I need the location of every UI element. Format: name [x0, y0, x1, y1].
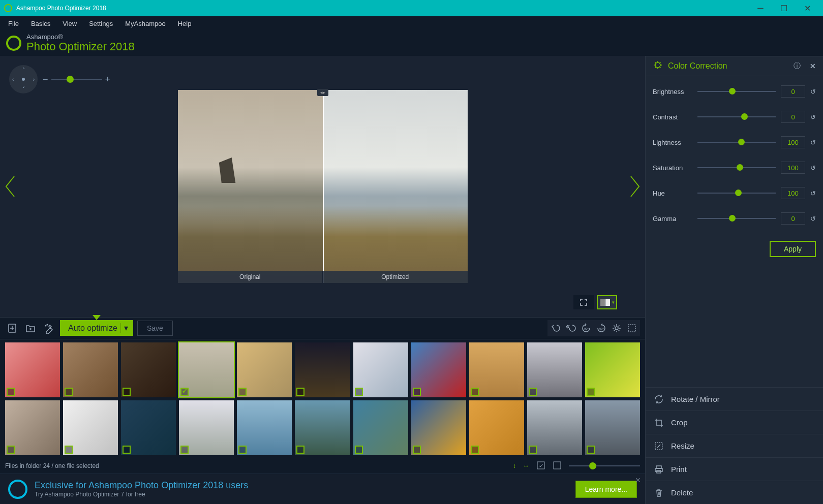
thumbnail[interactable] [5, 400, 60, 455]
param-value-input[interactable] [781, 85, 805, 98]
thumbnail[interactable] [63, 342, 118, 397]
thumbnail[interactable] [411, 400, 466, 455]
add-file-button[interactable] [5, 321, 19, 335]
apply-button[interactable]: Apply [770, 241, 816, 257]
reset-icon[interactable]: ↺ [810, 113, 816, 121]
thumbnail[interactable] [237, 400, 292, 455]
clear-button[interactable] [42, 321, 56, 335]
thumb-checkbox[interactable] [123, 388, 131, 396]
undo-all-button[interactable] [564, 321, 578, 335]
thumbnail[interactable] [527, 342, 582, 397]
selection-button[interactable] [625, 321, 639, 335]
compare-mode-toggle[interactable]: ▾ [597, 295, 617, 309]
thumb-checkbox[interactable] [413, 388, 421, 396]
deselect-all-icon[interactable] [553, 461, 562, 471]
thumbnail[interactable] [585, 342, 640, 397]
thumbnail[interactable] [121, 342, 176, 397]
thumb-checkbox[interactable] [238, 446, 247, 454]
param-value-input[interactable] [781, 111, 805, 123]
fullscreen-toggle[interactable] [573, 295, 594, 309]
next-photo-button[interactable] [625, 174, 645, 199]
thumb-checkbox[interactable] [7, 446, 15, 454]
zoom-minus-icon[interactable]: − [43, 74, 48, 85]
rotate-left-button[interactable]: 90° [579, 321, 593, 335]
thumb-checkbox[interactable] [355, 388, 363, 396]
thumb-checkbox[interactable] [180, 446, 189, 454]
param-slider[interactable] [697, 142, 776, 143]
thumb-checkbox[interactable] [180, 388, 189, 396]
thumbnail[interactable] [237, 342, 292, 397]
rotate-right-button[interactable]: 90° [594, 321, 608, 335]
reset-icon[interactable]: ↺ [810, 164, 816, 172]
add-folder-button[interactable] [23, 321, 38, 335]
promo-close-button[interactable]: ✕ [635, 476, 641, 484]
reset-icon[interactable]: ↺ [810, 215, 816, 223]
thumb-checkbox[interactable] [355, 446, 363, 454]
menu-view[interactable]: View [56, 18, 83, 29]
param-slider[interactable] [697, 116, 776, 117]
thumbnail[interactable] [63, 400, 118, 455]
action-crop[interactable]: Crop [646, 411, 823, 434]
thumbnail[interactable] [295, 342, 350, 397]
close-button[interactable]: ✕ [796, 0, 819, 16]
maximize-button[interactable]: ☐ [772, 0, 796, 16]
thumbnail[interactable] [179, 342, 234, 397]
thumb-checkbox[interactable] [7, 388, 15, 396]
sort-horizontal-icon[interactable]: ↔ [523, 462, 529, 469]
thumbnail[interactable] [527, 400, 582, 455]
param-slider[interactable] [697, 218, 776, 219]
menu-help[interactable]: Help [172, 18, 198, 29]
thumbnail[interactable] [353, 400, 408, 455]
thumbnail[interactable] [179, 400, 234, 455]
thumb-checkbox[interactable] [65, 446, 73, 454]
menu-settings[interactable]: Settings [83, 18, 119, 29]
pan-joystick[interactable]: ˄ ˅ ‹ › [9, 65, 38, 93]
zoom-slider[interactable]: − + [43, 74, 110, 85]
thumbnail[interactable] [585, 400, 640, 455]
select-all-icon[interactable] [536, 461, 545, 471]
action-print[interactable]: Print [646, 457, 823, 481]
learn-more-button[interactable]: Learn more... [575, 481, 637, 498]
param-value-input[interactable] [781, 162, 805, 174]
action-delete[interactable]: Delete [646, 481, 823, 504]
menu-myashampoo[interactable]: MyAshampoo [119, 18, 171, 29]
thumb-checkbox[interactable] [587, 388, 595, 396]
compare-image[interactable]: ◂▸ Original Optimized [178, 90, 468, 283]
thumb-checkbox[interactable] [471, 388, 479, 396]
thumbnail[interactable] [5, 342, 60, 397]
zoom-plus-icon[interactable]: + [105, 74, 111, 85]
settings-gear-button[interactable] [609, 321, 624, 335]
param-slider[interactable] [697, 193, 776, 194]
panel-close-icon[interactable]: ✕ [810, 62, 816, 70]
param-value-input[interactable] [781, 187, 805, 199]
thumbnail[interactable] [411, 342, 466, 397]
thumb-checkbox[interactable] [413, 446, 421, 454]
thumb-checkbox[interactable] [296, 388, 304, 396]
action-rotate-mirror[interactable]: Rotate / Mirror [646, 387, 823, 411]
save-button[interactable]: Save [137, 321, 173, 336]
thumb-size-slider[interactable] [569, 465, 640, 466]
thumb-checkbox[interactable] [65, 388, 73, 396]
menu-file[interactable]: File [2, 18, 25, 29]
help-icon[interactable]: ⓘ [794, 61, 801, 71]
param-slider[interactable] [697, 91, 776, 92]
thumb-checkbox[interactable] [529, 446, 537, 454]
menu-basics[interactable]: Basics [25, 18, 56, 29]
sort-vertical-icon[interactable]: ↕ [513, 462, 516, 469]
thumbnail[interactable] [469, 400, 524, 455]
chevron-down-icon[interactable]: ▾ [120, 323, 128, 333]
compare-divider-handle[interactable]: ◂▸ [317, 89, 328, 96]
thumbnail[interactable] [469, 342, 524, 397]
param-value-input[interactable] [781, 212, 805, 225]
action-resize[interactable]: Resize [646, 434, 823, 457]
reset-icon[interactable]: ↺ [810, 139, 816, 146]
thumb-checkbox[interactable] [529, 388, 537, 396]
thumb-checkbox[interactable] [587, 446, 595, 454]
thumbnail[interactable] [121, 400, 176, 455]
thumb-checkbox[interactable] [238, 388, 247, 396]
auto-optimize-button[interactable]: Auto optimize▾ [60, 320, 133, 336]
thumb-checkbox[interactable] [123, 446, 131, 454]
thumbnail[interactable] [295, 400, 350, 455]
prev-photo-button[interactable] [0, 174, 20, 199]
thumbnail[interactable] [353, 342, 408, 397]
